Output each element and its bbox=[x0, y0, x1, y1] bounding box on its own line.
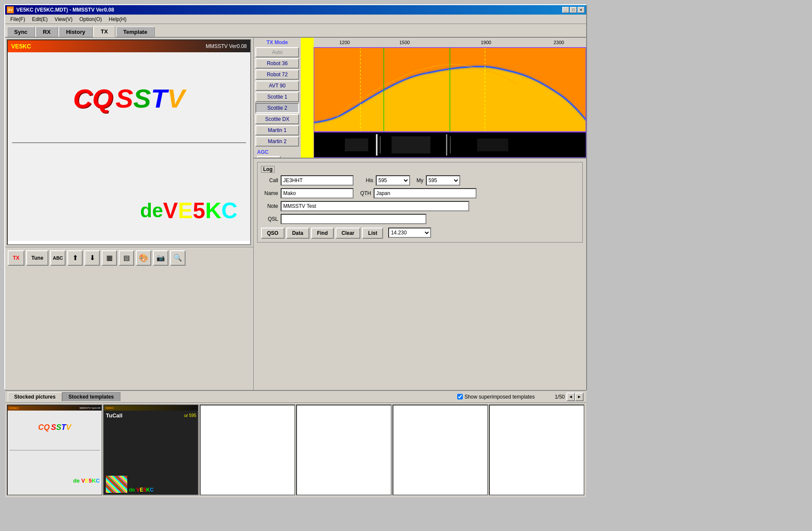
yellow-indicator bbox=[301, 38, 314, 158]
svg-rect-12 bbox=[477, 138, 509, 151]
freq-mark-1500: 1500 bbox=[399, 40, 410, 45]
main-content: VE5KC MMSSTV Ver0.08 CQ SSTV de bbox=[5, 38, 586, 390]
grid2-button[interactable]: ▤ bbox=[119, 250, 134, 266]
tx-mode-label: TX Mode bbox=[255, 39, 299, 45]
tx-button[interactable]: TX bbox=[8, 250, 24, 266]
preview-header: VE5KC MMSSTV Ver0.08 bbox=[8, 40, 250, 52]
cq-text: CQ bbox=[73, 83, 113, 114]
callsign-text: VE5KC bbox=[163, 198, 237, 223]
next-page-button[interactable]: ► bbox=[575, 393, 584, 401]
tune-button[interactable]: Tune bbox=[26, 250, 48, 266]
tab-rx[interactable]: RX bbox=[36, 27, 58, 37]
tab-stocked-templates[interactable]: Stocked templates bbox=[62, 392, 120, 401]
agc-label: AGC bbox=[257, 149, 297, 155]
abc-icon-button[interactable]: ABC bbox=[50, 250, 66, 266]
freq-ruler: 1200 1500 1900 2300 bbox=[314, 38, 586, 47]
find-button[interactable]: Find bbox=[311, 228, 334, 239]
mode-robot36[interactable]: Robot 36 bbox=[255, 58, 299, 69]
log-buttons: QSO Data Find Clear List 14.230 14.233 bbox=[261, 228, 579, 239]
minimize-button[interactable]: _ bbox=[562, 7, 569, 13]
left-panel: VE5KC MMSSTV Ver0.08 CQ SSTV de bbox=[5, 38, 254, 390]
waterfall-lower bbox=[314, 132, 586, 158]
freq-select[interactable]: 14.230 14.233 bbox=[388, 228, 431, 238]
menu-view[interactable]: View(V) bbox=[51, 15, 76, 23]
waterfall-upper bbox=[314, 47, 586, 132]
data-button[interactable]: Data bbox=[286, 228, 309, 239]
his-label: His bbox=[356, 177, 373, 183]
thumb2-header-callsign: VE5KC bbox=[105, 407, 114, 409]
thumb1-de: de VE5KC bbox=[73, 477, 100, 484]
page-indicator: 1/50 bbox=[543, 394, 565, 400]
tab-tx[interactable]: TX bbox=[93, 26, 115, 37]
window-title: VE5KC (VE5KC.MDT) - MMSSTV Ver0.08 bbox=[16, 7, 114, 13]
menu-edit[interactable]: Edit(E) bbox=[29, 15, 51, 23]
svg-rect-11 bbox=[392, 136, 431, 153]
svg-rect-10 bbox=[345, 138, 369, 151]
preview-callsign: VE5KC bbox=[11, 43, 31, 50]
qsl-label: QSL bbox=[261, 216, 278, 222]
mode-robot72[interactable]: Robot 72 bbox=[255, 69, 299, 80]
camera-button[interactable]: 📷 bbox=[153, 250, 168, 266]
maximize-button[interactable]: □ bbox=[570, 7, 577, 13]
tab-history[interactable]: History bbox=[59, 27, 93, 37]
tab-sync[interactable]: Sync bbox=[7, 27, 35, 37]
qso-button[interactable]: QSO bbox=[261, 228, 285, 239]
mode-avt90[interactable]: AVT 90 bbox=[255, 81, 299, 91]
menu-option[interactable]: Option(O) bbox=[76, 15, 105, 23]
mode-martin1[interactable]: Martin 1 bbox=[255, 125, 299, 135]
call-label: Call bbox=[261, 177, 278, 183]
superimposed-checkbox[interactable] bbox=[457, 394, 463, 399]
main-window: SV VE5KC (VE5KC.MDT) - MMSSTV Ver0.08 _ … bbox=[4, 4, 587, 390]
my-select[interactable]: 595 599 bbox=[426, 175, 460, 186]
mode-scottiedx[interactable]: Scottie DX bbox=[255, 114, 299, 124]
preview-version: MMSSTV Ver0.08 bbox=[206, 43, 247, 49]
mode-martin2[interactable]: Martin 2 bbox=[255, 136, 299, 147]
menu-help[interactable]: Help(H) bbox=[105, 15, 130, 23]
bottom-section: Stocked pictures Stocked templates Show … bbox=[5, 390, 586, 497]
name-input[interactable] bbox=[281, 188, 354, 198]
menu-file[interactable]: File(F) bbox=[7, 15, 29, 23]
qth-input[interactable] bbox=[374, 188, 476, 198]
log-panel: Log Call His 595 599 My 595 599 bbox=[254, 158, 586, 390]
search-button[interactable]: 🔍 bbox=[170, 250, 186, 266]
clear-button[interactable]: Clear bbox=[336, 228, 360, 239]
mode-scottie2[interactable]: Scottie 2 bbox=[255, 103, 299, 113]
my-label: My bbox=[413, 177, 423, 183]
grid-button[interactable]: ▦ bbox=[102, 250, 117, 266]
up-arrow-button[interactable]: ⬆ bbox=[67, 250, 83, 266]
freq-mark-1900: 1900 bbox=[481, 40, 491, 45]
mode-auto[interactable]: Auto bbox=[255, 47, 299, 57]
thumbnail-4[interactable] bbox=[296, 405, 392, 495]
qsl-input[interactable] bbox=[281, 214, 426, 224]
thumb2-tocall: TuCall bbox=[106, 412, 123, 419]
close-button[interactable]: × bbox=[578, 7, 584, 13]
thumbnail-2[interactable]: VE5KC TuCall ur 595 de VE5KC bbox=[103, 405, 199, 495]
thumbnail-3[interactable] bbox=[200, 405, 295, 495]
tab-template[interactable]: Template bbox=[116, 27, 155, 37]
list-button[interactable]: List bbox=[362, 228, 383, 239]
note-input[interactable] bbox=[281, 201, 469, 211]
his-select[interactable]: 595 599 bbox=[376, 175, 410, 186]
thumb2-noise bbox=[106, 476, 127, 493]
thumbnail-6[interactable] bbox=[489, 405, 584, 495]
superimposed-label: Show superimposed templates bbox=[464, 394, 535, 400]
thumbnail-1[interactable]: VE5KC MMSSTV Ver0.08 CQ SSTV de VE5KC bbox=[7, 405, 102, 495]
preview-area: VE5KC MMSSTV Ver0.08 CQ SSTV de bbox=[7, 39, 251, 245]
svg-rect-6 bbox=[376, 134, 378, 156]
tx-mode-panel: TX Mode Auto Robot 36 Robot 72 AVT 90 Sc… bbox=[254, 38, 301, 158]
preview-image-area[interactable]: CQ SSTV de VE5KC bbox=[8, 52, 250, 241]
title-bar-buttons: _ □ × bbox=[562, 7, 584, 13]
thumb1-callsign: VE5KC bbox=[9, 407, 19, 410]
color-button[interactable]: 🎨 bbox=[136, 250, 151, 266]
svg-rect-9 bbox=[450, 136, 451, 153]
tab-stocked-pictures[interactable]: Stocked pictures bbox=[8, 392, 62, 401]
qth-label: QTH bbox=[356, 190, 371, 196]
mode-scottie1[interactable]: Scottie 1 bbox=[255, 92, 299, 102]
down-arrow-button[interactable]: ⬇ bbox=[84, 250, 100, 266]
prev-page-button[interactable]: ◄ bbox=[566, 393, 575, 401]
spectrum-section: TX Mode Auto Robot 36 Robot 72 AVT 90 Sc… bbox=[254, 38, 586, 158]
thumb1-sstv: SSTV bbox=[51, 423, 71, 432]
log-label: Log bbox=[261, 166, 275, 173]
thumbnail-5[interactable] bbox=[393, 405, 488, 495]
call-input[interactable] bbox=[281, 175, 354, 186]
